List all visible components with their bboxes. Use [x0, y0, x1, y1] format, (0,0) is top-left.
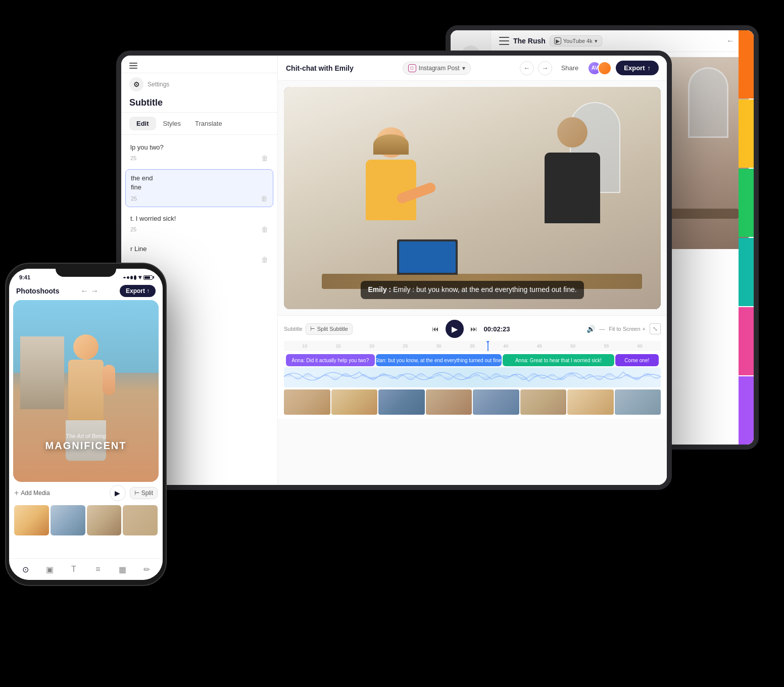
phone-back-arrow[interactable]: ←: [80, 286, 88, 296]
phone-video-main-title: MAGNIFICENT: [13, 440, 159, 452]
entry-num-2: 25: [131, 195, 137, 202]
phone-play-button[interactable]: ▶: [110, 485, 126, 501]
phone-icon-bar: ⊙ ▣ T ≡ ▦ ✏: [9, 558, 163, 580]
current-time: 00:02:23: [484, 325, 510, 333]
tab-translate[interactable]: Translate: [188, 117, 229, 130]
ruler-30: 30: [422, 344, 455, 349]
back-nav-back-arrow[interactable]: ←: [726, 36, 734, 45]
ruler-15: 15: [321, 344, 355, 349]
thumb-1: [284, 389, 330, 415]
skip-back-button[interactable]: ⏮: [429, 323, 442, 335]
phone-title-overlay: The Art of Being MAGNIFICENT: [13, 433, 159, 452]
platform-badge[interactable]: ◻ Instagram Post ▾: [403, 62, 471, 75]
subtitle-sidebar-header: [121, 56, 277, 73]
subtitle-tabs: Edit Styles Translate: [121, 113, 277, 135]
icon-text[interactable]: T: [66, 562, 81, 577]
volume-dash: —: [599, 326, 605, 332]
phone-status-icons: ▾: [123, 274, 153, 281]
phone-play-controls: ▶ ⊢ Split: [110, 485, 158, 501]
person-right-figure: [522, 117, 623, 279]
volume-icon[interactable]: 🔊: [586, 325, 595, 333]
ruler-55: 55: [590, 344, 623, 349]
tablet-main-area: Chit-chat with Emily ◻ Instagram Post ▾ …: [278, 56, 667, 485]
timeline-controls: Subtitle ⊢ Split Subtitle ⏮ ▶ ⏭: [284, 320, 661, 338]
strip-pink: [739, 307, 754, 375]
add-plus-icon: +: [14, 488, 19, 498]
icon-grid[interactable]: ▦: [115, 562, 130, 577]
icon-home[interactable]: ⊙: [18, 562, 33, 577]
phone-bottom-controls: + Add Media ▶ ⊢ Split: [9, 482, 163, 558]
thumb-2: [331, 389, 378, 415]
clip-2[interactable]: Stan: but you know, at the end everythin…: [376, 354, 502, 366]
phone-device: 9:41 ▾ Photoshoots: [5, 263, 167, 586]
ruler-10: 10: [288, 344, 321, 349]
desktop-topbar: The Rush ▶ YouTube 4k ▾ ← →: [491, 30, 754, 52]
subtitle-text: Emily : Emily : but you know, at the end…: [361, 281, 583, 299]
icon-gallery[interactable]: ▣: [42, 562, 57, 577]
timeline-bar: Subtitle ⊢ Split Subtitle ⏮ ▶ ⏭: [278, 315, 667, 419]
subtitle-entry-3[interactable]: t. I worried sick! 25 🗑: [125, 210, 273, 237]
thumb-7: [567, 389, 614, 415]
waveform-svg: [284, 367, 661, 386]
entry-delete-2[interactable]: 🗑: [261, 194, 268, 203]
icon-layers[interactable]: ≡: [90, 562, 106, 577]
tab-styles[interactable]: Styles: [156, 117, 188, 130]
tablet-header-bar: Chit-chat with Emily ◻ Instagram Post ▾ …: [278, 56, 667, 81]
skip-forward-button[interactable]: ⏭: [468, 323, 480, 335]
phone-time: 9:41: [19, 274, 30, 280]
settings-circle-icon[interactable]: ⚙: [129, 77, 143, 91]
user-avatars: AV: [587, 61, 612, 75]
subtitle-entry-2[interactable]: the endfine 25 🗑: [125, 169, 273, 207]
phone-thumb-1: [14, 505, 49, 535]
export-icon: ↑: [648, 64, 651, 72]
phone-export-button[interactable]: Export ↑: [120, 285, 156, 297]
phone-header: Photoshoots ← → Export ↑: [9, 283, 163, 300]
clip-3[interactable]: Anna: Great to hear that I worried sick!: [503, 354, 614, 366]
phone-project-name: Photoshoots: [16, 287, 60, 295]
add-media-button[interactable]: + Add Media: [14, 488, 50, 498]
strip-yellow: [739, 100, 754, 168]
tab-edit[interactable]: Edit: [129, 117, 156, 130]
header-forward-arrow[interactable]: →: [538, 61, 552, 75]
platform-label: Instagram Post: [419, 65, 460, 72]
fullscreen-button[interactable]: ⤡: [650, 323, 661, 334]
scene: ⚙ Settings The Rush ▶ YouTube 4k ▾ ←: [0, 0, 784, 687]
strip-purple: [739, 376, 754, 445]
header-back-arrow[interactable]: ←: [520, 61, 534, 75]
back-format-badge[interactable]: ▶ YouTube 4k ▾: [550, 35, 602, 46]
subtitle-entry-1[interactable]: lp you two? 25 🗑: [125, 139, 273, 166]
tablet-device: ⚙ Settings Subtitle Edit Styles Translat…: [116, 51, 672, 490]
entry-delete-1[interactable]: 🗑: [261, 154, 268, 162]
wifi-icon: ▾: [138, 274, 141, 281]
subtitle-panel-title: Subtitle: [129, 97, 269, 108]
fit-to-screen-button[interactable]: Fit to Screen +: [609, 326, 646, 332]
tablet-project-label: Chit-chat with Emily: [286, 64, 354, 72]
play-pause-button[interactable]: ▶: [446, 320, 464, 338]
menu-icon-back[interactable]: [499, 37, 509, 45]
entry-delete-3[interactable]: 🗑: [261, 225, 268, 233]
fit-plus: +: [643, 326, 646, 332]
playhead[interactable]: [487, 341, 488, 351]
phone-forward-arrow[interactable]: →: [90, 286, 99, 296]
split-subtitle-button[interactable]: ⊢ Split Subtitle: [306, 323, 353, 335]
entry-meta-4: 🗑: [130, 256, 268, 264]
clip-1[interactable]: Anna: Did it actually help you two?: [286, 354, 375, 366]
tl-left-controls: Subtitle ⊢ Split Subtitle: [284, 323, 353, 335]
entry-num-1: 25: [130, 155, 136, 161]
settings-area-sidebar: ⚙ Settings: [121, 73, 277, 93]
strip-green: [739, 169, 754, 237]
hamburger-menu[interactable]: [129, 63, 137, 69]
entry-delete-4[interactable]: 🗑: [261, 256, 268, 264]
tl-subtitle-label: Subtitle: [284, 326, 303, 332]
entry-text-1: lp you two?: [130, 143, 268, 152]
export-button-tablet[interactable]: Export ↑: [616, 61, 659, 75]
ruler-20: 20: [355, 344, 388, 349]
share-button[interactable]: Share: [556, 62, 584, 74]
ruler-35: 35: [456, 344, 489, 349]
video-preview-area: Emily : Emily : but you know, at the end…: [284, 87, 661, 309]
clip-4[interactable]: Come one!: [615, 354, 659, 366]
icon-edit[interactable]: ✏: [139, 562, 154, 577]
ruler-45: 45: [523, 344, 556, 349]
phone-split-button[interactable]: ⊢ Split: [130, 487, 158, 499]
tablet-content-area: ⚙ Settings Subtitle Edit Styles Translat…: [121, 56, 667, 485]
